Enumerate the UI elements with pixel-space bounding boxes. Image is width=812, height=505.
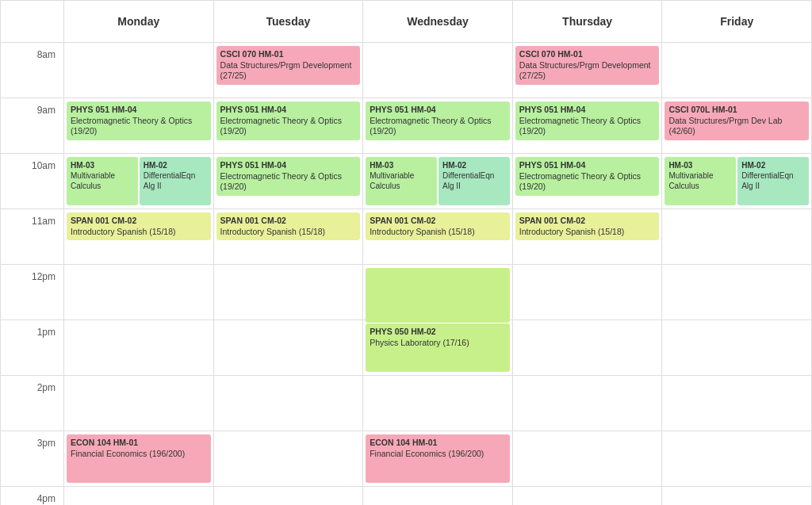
tue-12pm (214, 265, 364, 320)
fri-12pm (662, 265, 812, 320)
tue-11am[interactable]: SPAN 001 CM-02 Introductory Spanish (15/… (214, 209, 364, 265)
mon-4pm (64, 487, 214, 505)
event-span-tue-11am[interactable]: SPAN 001 CM-02 Introductory Spanish (15/… (216, 212, 361, 240)
event-hm02-fri-10am[interactable]: HM-02 DifferentialEqn Alg II (737, 157, 809, 205)
mon-9am[interactable]: PHYS 051 HM-04 Electromagnetic Theory & … (64, 98, 214, 154)
thu-1pm (513, 320, 663, 376)
mon-11am[interactable]: SPAN 001 CM-02 Introductory Spanish (15/… (64, 209, 214, 265)
tue-4pm (214, 487, 364, 505)
event-phys-mon-9am[interactable]: PHYS 051 HM-04 Electromagnetic Theory & … (67, 101, 211, 140)
event-phys-thu-10am[interactable]: PHYS 051 HM-04 Electromagnetic Theory & … (515, 157, 660, 196)
event-phys050-wed-1pm[interactable]: PHYS 050 HM-02 Physics Laboratory (17/16… (366, 323, 510, 372)
event-phys-tue-9am[interactable]: PHYS 051 HM-04 Electromagnetic Theory & … (216, 101, 361, 140)
event-phys-wed-9am[interactable]: PHYS 051 HM-04 Electromagnetic Theory & … (366, 101, 510, 140)
event-phys-tue-10am[interactable]: PHYS 051 HM-04 Electromagnetic Theory & … (216, 157, 361, 196)
tue-9am[interactable]: PHYS 051 HM-04 Electromagnetic Theory & … (214, 98, 364, 154)
wed-2pm (363, 376, 513, 431)
time-3pm: 3pm (1, 431, 64, 487)
header-time (1, 1, 64, 43)
wed-9am[interactable]: PHYS 051 HM-04 Electromagnetic Theory & … (363, 98, 513, 154)
fri-10am[interactable]: HM-03 Multivariable Calculus HM-02 Diffe… (662, 154, 812, 209)
header-thursday: Thursday (513, 1, 663, 43)
header-friday: Friday (662, 1, 812, 43)
event-hm02-wed-10am[interactable]: HM-02 DifferentialEqn Alg II (439, 157, 510, 205)
time-2pm: 2pm (1, 376, 64, 431)
event-hm02-mon-10am[interactable]: HM-02 DifferentialEqn Alg II (140, 157, 211, 205)
wed-4pm (363, 487, 513, 505)
thu-11am[interactable]: SPAN 001 CM-02 Introductory Spanish (15/… (513, 209, 663, 265)
fri-2pm (662, 376, 812, 431)
tue-3pm (214, 431, 364, 487)
thu-12pm (513, 265, 663, 320)
event-span-wed-11am[interactable]: SPAN 001 CM-02 Introductory Spanish (15/… (366, 212, 510, 240)
wed-1pm[interactable]: PHYS 050 HM-02 Physics Laboratory (17/16… (363, 320, 513, 376)
mon-12pm (64, 265, 214, 320)
time-11am: 11am (1, 209, 64, 265)
tue-8am[interactable]: CSCI 070 HM-01 Data Structures/Prgm Deve… (214, 43, 364, 98)
time-12pm: 12pm (1, 265, 64, 320)
time-4pm: 4pm (1, 487, 64, 505)
thu-8am[interactable]: CSCI 070 HM-01 Data Structures/Prgm Deve… (513, 43, 663, 98)
header-tuesday: Tuesday (214, 1, 364, 43)
time-1pm: 1pm (1, 320, 64, 376)
event-span-mon-11am[interactable]: SPAN 001 CM-02 Introductory Spanish (15/… (67, 212, 211, 240)
fri-4pm (662, 487, 812, 505)
mon-8am (64, 43, 214, 98)
time-10am: 10am (1, 154, 64, 209)
mon-3pm[interactable]: ECON 104 HM-01 Financial Economics (196/… (64, 431, 214, 487)
calendar-grid: Monday Tuesday Wednesday Thursday Friday… (0, 0, 812, 505)
event-csci-thu-8am[interactable]: CSCI 070 HM-01 Data Structures/Prgm Deve… (515, 46, 660, 85)
thu-2pm (513, 376, 663, 431)
mon-1pm (64, 320, 214, 376)
wed-12pm (363, 265, 513, 320)
event-hm03-wed-10am[interactable]: HM-03 Multivariable Calculus (366, 157, 437, 205)
wed-10am[interactable]: HM-03 Multivariable Calculus HM-02 Diffe… (363, 154, 513, 209)
fri-11am (662, 209, 812, 265)
time-8am: 8am (1, 43, 64, 98)
thu-3pm (513, 431, 663, 487)
fri-9am[interactable]: CSCI 070L HM-01 Data Structures/Prgm Dev… (662, 98, 812, 154)
tue-1pm (214, 320, 364, 376)
time-9am: 9am (1, 98, 64, 154)
fri-8am (662, 43, 812, 98)
event-csci-tue-8am[interactable]: CSCI 070 HM-01 Data Structures/Prgm Deve… (216, 46, 361, 85)
wed-11am[interactable]: SPAN 001 CM-02 Introductory Spanish (15/… (363, 209, 513, 265)
fri-1pm (662, 320, 812, 376)
thu-10am[interactable]: PHYS 051 HM-04 Electromagnetic Theory & … (513, 154, 663, 209)
header-monday: Monday (64, 1, 214, 43)
thu-4pm (513, 487, 663, 505)
thu-9am[interactable]: PHYS 051 HM-04 Electromagnetic Theory & … (513, 98, 663, 154)
event-span-thu-11am[interactable]: SPAN 001 CM-02 Introductory Spanish (15/… (515, 212, 660, 240)
tue-2pm (214, 376, 364, 431)
event-hm03-fri-10am[interactable]: HM-03 Multivariable Calculus (665, 157, 736, 205)
header-wednesday: Wednesday (363, 1, 513, 43)
tue-10am[interactable]: PHYS 051 HM-04 Electromagnetic Theory & … (214, 154, 364, 209)
event-econ-mon-3pm[interactable]: ECON 104 HM-01 Financial Economics (196/… (67, 434, 211, 483)
mon-10am[interactable]: HM-03 Multivariable Calculus HM-02 Diffe… (64, 154, 214, 209)
event-econ-wed-3pm[interactable]: ECON 104 HM-01 Financial Economics (196/… (366, 434, 510, 483)
mon-2pm (64, 376, 214, 431)
wed-3pm[interactable]: ECON 104 HM-01 Financial Economics (196/… (363, 431, 513, 487)
event-csci-fri-9am[interactable]: CSCI 070L HM-01 Data Structures/Prgm Dev… (665, 101, 809, 140)
event-hm03-mon-10am[interactable]: HM-03 Multivariable Calculus (67, 157, 138, 205)
wed-8am (363, 43, 513, 98)
event-phys-thu-9am[interactable]: PHYS 051 HM-04 Electromagnetic Theory & … (515, 101, 660, 140)
calendar-wrapper: Monday Tuesday Wednesday Thursday Friday… (0, 0, 812, 505)
fri-3pm (662, 431, 812, 487)
